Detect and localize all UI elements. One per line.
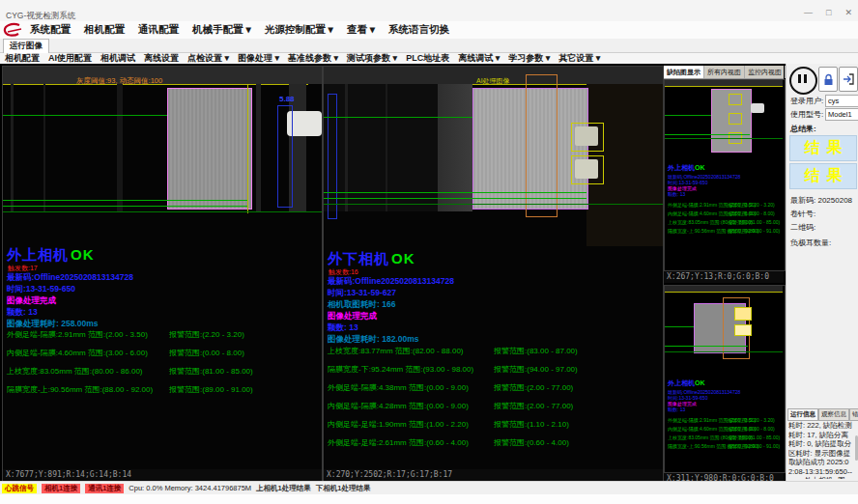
alarm-text: 报警范围:(81.00 - 85.00) [728,434,780,440]
tab-error-info[interactable]: 错误信息 [849,408,858,421]
tab-all-views[interactable]: 所有内视图 [704,66,745,78]
measure-text: 隔膜宽度-上:90.56mm 范围:(88.00 - 92.00) [7,384,153,395]
alarm-text: 报警范围:(2.00 - 77.00) [494,382,573,393]
pin-number-label: 卷针号: [790,209,815,219]
comm-link-badge: 通讯1连接 [85,484,124,493]
overlay-yellow-line [665,86,783,87]
menu-item-system-config[interactable]: 系统配置 [23,23,77,37]
document-tab-row: 运行图像 [0,39,858,53]
control-panel: 登录用户: cys 使用型号: Model1 总结果: 结果 结果 最新码: 2… [786,64,858,481]
measure-row: 上枝宽度:83.05mm 范围:(80.00 - 86.00) 报警范围:(81… [7,366,318,378]
latest-code-caption: 最新码: [790,196,815,205]
count-line: 颗数: 13 [668,406,685,412]
measure-text: 外侧足端-隔膜:2.91mm 范围:(2.00 - 3.50) [7,329,148,340]
alarm-text: 报警范围:(89.00 - 91.00) [169,384,253,395]
overlay-green-line [3,211,322,212]
menu-item-comm-config[interactable]: 通讯配置 [131,23,186,37]
overlay-green-line [665,351,783,352]
camera-canvas-upper[interactable]: 5.88 灰度阈值:93, 动态阈值:100 外上相机OK 触发数:17 最新码… [3,67,322,469]
minimize-icon[interactable]: — [804,8,813,17]
lock-button[interactable] [818,67,838,92]
scene-gripper [751,103,764,113]
measure-row: 外侧足端-足端:2.61mm 范围:(0.60 - 4.00) 报警范围:(0.… [328,437,659,449]
tab-defect-display[interactable]: 缺陷图显示 [664,66,704,78]
maximize-icon[interactable]: □ [826,8,831,17]
measure-text: 上枝宽度:83.77mm 范围:(82.00 - 88.00) [328,346,464,356]
close-icon[interactable]: ✕ [844,8,852,17]
pixel-coordinate-bar: X:7677;Y:891;R:14;G:14;B:14 [3,469,322,481]
measure-text: 内侧足端-隔膜:4.60mm 范围:(3.00 - 6.00) [7,348,148,358]
logout-button[interactable] [839,67,858,92]
lower-camera-result-link[interactable]: 下相机1处理结果 [316,484,371,493]
menu-item-camera-config[interactable]: 相机配置 [77,23,131,37]
camera-view-upper: 5.88 灰度阈值:93, 动态阈值:100 外上相机OK 触发数:17 最新码… [2,66,323,482]
pause-button[interactable] [789,67,817,95]
menu-item-language-switch[interactable]: 系统语言切换 [382,23,456,37]
mini-view-2[interactable]: 外上相机OK 最新码:Offline2025020813134728 时间:13… [664,285,786,473]
result-box-lower: 结果 [789,163,857,189]
cpu-memory-text: Cpu: 0.0% Memory: 3424.41796875M [129,484,251,492]
window-controls: — □ ✕ [804,8,852,17]
measure-text: 外侧足端-隔膜:4.38mm 范围:(0.00 - 9.00) [328,382,469,393]
result-box-upper: 结果 [789,135,857,161]
menu-item-view[interactable]: 查看 ▾ [340,23,382,37]
overlay-green-line [665,115,711,116]
alarm-text: 报警范围:(89.00 - 91.00) [728,443,780,449]
pixel-coordinate-bar: X:270;Y:2502;R:17;G:17;B:17 [324,469,663,481]
camera-name: 外上相机 [7,246,69,263]
result-ok: OK [71,246,95,263]
total-result-label: 总结果: [790,124,816,134]
alarm-text: 报警范围:(0.00 - 8.00) [728,210,775,216]
result-text: 结果 [798,138,849,158]
measure-row: 隔膜宽度-上:90.56mm 范围:(88.00 - 92.00) 报警范围:(… [7,384,318,396]
measure-row: 上枝宽度:83.77mm 范围:(82.00 - 88.00) 报警范围:(83… [328,346,659,357]
menu-item-light-config[interactable]: 光源控制配置 ▾ [258,23,340,37]
camera-canvas-lower[interactable]: AI处理图像 外下相机OK 触发数:16 最新码:Offline20250208… [324,67,663,469]
count-line: 颗数: 13 [328,322,358,334]
overlay-yellow-box [729,113,742,125]
mini-view-1[interactable]: 外上相机OK 最新码:Offline2025020813134728 时间:13… [664,79,786,271]
scene-highlight-tab [734,307,752,321]
menu-item-robot-config[interactable]: 机械手配置 ▾ [186,23,258,37]
scene-streak [117,84,123,211]
pixel-coordinate-bar: X:267;Y:13;R:0;G:0;B:0 [664,271,784,283]
pause-icon [798,74,801,83]
overlay-green-line [3,200,247,201]
login-user-value[interactable]: cys [825,95,858,107]
tab-run-image[interactable]: 运行图像 [3,39,49,53]
latest-code-label: 最新码: 20250208 [790,195,852,206]
alarm-text: 报警范围:(89.00 - 91.00) [728,228,780,234]
alarm-text: 报警范围:(2.20 - 3.20) [169,329,244,340]
overlay-green-line [665,326,694,327]
camera-link-badge: 相机1连接 [42,484,80,493]
upper-camera-result-link[interactable]: 上相机1处理结果 [256,484,311,493]
result-text: 结果 [798,166,849,186]
threshold-label: 灰度阈值:93, 动态阈值:100 [76,76,162,86]
scene-metal-tab [575,159,598,179]
scene-highlight-tab [734,324,752,336]
camera-name-label: 外下相机OK [328,250,415,268]
overlay-green-line [665,134,750,135]
measure-row: 隔膜宽度-下:95.24mm 范围:(93.00 - 98.00) 报警范围:(… [328,364,659,376]
tab-monitor-views[interactable]: 监控内视图 [745,66,786,78]
count-line: 颗数: 13 [7,307,38,319]
status-bar: 心跳信号 相机1连接 通讯1连接 Cpu: 0.0% Memory: 3424.… [0,481,858,494]
tab-watch-info[interactable]: 观察信息 [818,408,849,421]
login-user-label: 登录用户: [790,96,823,106]
model-value[interactable]: Model1 [825,108,858,121]
overlay-green-line [665,346,748,347]
info-tabs: 运行信息 观察信息 错误信息 [787,408,858,421]
scene-product-block [167,88,252,210]
mini-camera-name: 外上相机OK [668,163,705,173]
result-ok: OK [695,164,705,171]
measure-text: 隔膜宽度-下:95.24mm 范围:(93.00 - 98.00) [328,364,473,375]
overlay-green-line [324,117,472,118]
tab-run-info[interactable]: 运行信息 [787,408,818,421]
overlay-green-line [324,204,663,205]
alarm-text: 报警范围:(0.00 - 8.00) [169,348,244,358]
alarm-text: 报警范围:(94.00 - 97.00) [494,364,578,375]
measure-row: 外侧足端-隔膜:4.38mm 范围:(0.00 - 9.00) 报警范围:(2.… [328,382,659,394]
measure-text: 外侧足端-足端:2.61mm 范围:(0.60 - 4.00) [328,437,469,448]
ai-process-label: AI处理图像 [476,76,510,86]
heartbeat-badge: 心跳信号 [2,484,37,493]
